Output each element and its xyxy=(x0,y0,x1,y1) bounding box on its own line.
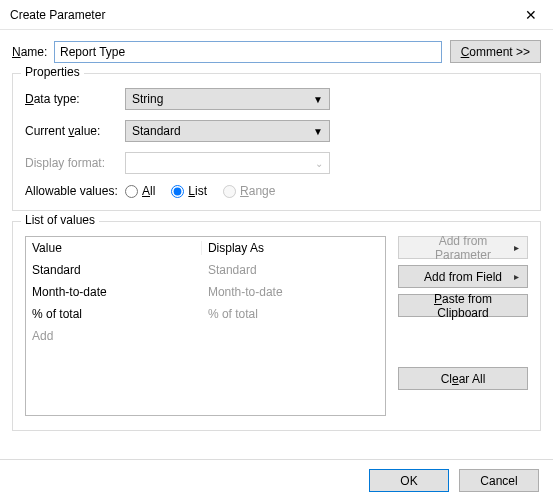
footer-divider xyxy=(0,459,553,460)
radio-all-input[interactable] xyxy=(125,185,138,198)
name-row: Name: Comment >> xyxy=(12,40,541,63)
paste-from-clipboard-button[interactable]: Paste from Clipboard xyxy=(398,294,528,317)
list-of-values-legend: List of values xyxy=(21,213,99,227)
table-row[interactable]: % of total % of total xyxy=(26,303,385,325)
current-value-label: Current value: xyxy=(25,124,125,138)
close-icon[interactable]: ✕ xyxy=(508,0,553,30)
data-type-row: Data type: String ▼ xyxy=(25,88,528,110)
list-of-values-wrap: Value Display As Standard Standard Month… xyxy=(25,236,528,416)
data-type-combo[interactable]: String ▼ xyxy=(125,88,330,110)
display-format-row: Display format: ⌄ xyxy=(25,152,528,174)
data-type-value: String xyxy=(132,92,163,106)
header-value: Value xyxy=(26,241,202,255)
grid-header: Value Display As xyxy=(26,237,385,259)
chevron-down-icon: ⌄ xyxy=(315,158,323,169)
name-input[interactable] xyxy=(54,41,442,63)
current-value-value: Standard xyxy=(132,124,181,138)
add-from-field-button[interactable]: Add from Field ▸ xyxy=(398,265,528,288)
dialog-footer: OK Cancel xyxy=(369,469,539,492)
window-title: Create Parameter xyxy=(10,8,105,22)
display-format-combo: ⌄ xyxy=(125,152,330,174)
chevron-right-icon: ▸ xyxy=(514,242,519,253)
dialog-content: Name: Comment >> Properties Data type: S… xyxy=(0,30,553,449)
properties-fieldset: Properties Data type: String ▼ Current v… xyxy=(12,73,541,211)
chevron-right-icon: ▸ xyxy=(514,271,519,282)
table-row[interactable]: Standard Standard xyxy=(26,259,385,281)
allowable-values-row: Allowable values: All List Range xyxy=(25,184,528,198)
titlebar: Create Parameter ✕ xyxy=(0,0,553,30)
list-of-values-fieldset: List of values Value Display As Standard… xyxy=(12,221,541,431)
add-placeholder: Add xyxy=(26,329,202,343)
current-value-combo[interactable]: Standard ▼ xyxy=(125,120,330,142)
radio-list-input[interactable] xyxy=(171,185,184,198)
radio-all[interactable]: All xyxy=(125,184,155,198)
radio-list[interactable]: List xyxy=(171,184,207,198)
table-row[interactable]: Month-to-date Month-to-date xyxy=(26,281,385,303)
header-display-as: Display As xyxy=(202,241,385,255)
clear-all-button[interactable]: Clear All xyxy=(398,367,528,390)
table-row-add[interactable]: Add xyxy=(26,325,385,347)
data-type-label: Data type: xyxy=(25,92,125,106)
add-from-parameter-button: Add from Parameter ▸ xyxy=(398,236,528,259)
current-value-row: Current value: Standard ▼ xyxy=(25,120,528,142)
properties-legend: Properties xyxy=(21,65,84,79)
chevron-down-icon: ▼ xyxy=(313,94,323,105)
allowable-values-label: Allowable values: xyxy=(25,184,125,198)
list-side-buttons: Add from Parameter ▸ Add from Field ▸ Pa… xyxy=(398,236,528,416)
chevron-down-icon: ▼ xyxy=(313,126,323,137)
allowable-values-radios: All List Range xyxy=(125,184,275,198)
comment-button[interactable]: Comment >> xyxy=(450,40,541,63)
ok-button[interactable]: OK xyxy=(369,469,449,492)
display-format-label: Display format: xyxy=(25,156,125,170)
values-grid[interactable]: Value Display As Standard Standard Month… xyxy=(25,236,386,416)
name-label: Name: xyxy=(12,45,54,59)
cancel-button[interactable]: Cancel xyxy=(459,469,539,492)
radio-range: Range xyxy=(223,184,275,198)
radio-range-input xyxy=(223,185,236,198)
